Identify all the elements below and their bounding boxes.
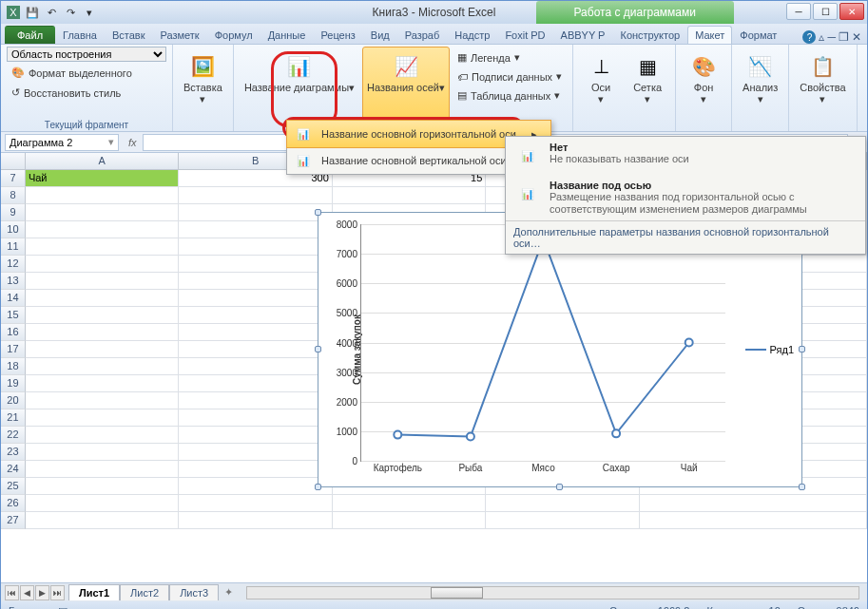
axis-title-none[interactable]: 📊 НетНе показывать название оси xyxy=(506,137,865,175)
tab-chart-layout[interactable]: Макет xyxy=(687,26,732,44)
axis-title-more-options[interactable]: Дополнительные параметры названия основн… xyxy=(506,220,865,254)
scrollbar-thumb[interactable] xyxy=(431,587,483,599)
cell-A19[interactable] xyxy=(26,375,179,392)
cell-A15[interactable] xyxy=(26,307,179,324)
tab-nav-next[interactable]: ▶ xyxy=(35,585,49,600)
cell-B18[interactable] xyxy=(179,358,332,375)
row-16[interactable]: 16 xyxy=(1,324,26,341)
cell-C8[interactable] xyxy=(333,187,486,204)
row-25[interactable]: 25 xyxy=(1,478,26,495)
tab-nav-last[interactable]: ⏭ xyxy=(50,585,65,600)
cell-A26[interactable] xyxy=(26,495,179,512)
cell-B24[interactable] xyxy=(179,461,332,478)
tab-insert[interactable]: Вставк xyxy=(105,26,153,44)
cell-D27[interactable] xyxy=(486,512,639,529)
cell-B11[interactable] xyxy=(179,238,332,256)
tab-home[interactable]: Главна xyxy=(55,26,105,44)
chart-handle-s[interactable] xyxy=(556,484,563,490)
tab-formulas[interactable]: Формул xyxy=(207,26,260,44)
reset-style-button[interactable]: ↺Восстановить стиль xyxy=(7,84,166,102)
horizontal-scrollbar[interactable] xyxy=(246,586,859,599)
cell-A12[interactable] xyxy=(26,256,179,273)
row-18[interactable]: 18 xyxy=(1,358,26,375)
gridlines-button[interactable]: ▦Сетка▾ xyxy=(626,47,669,129)
excel-icon[interactable]: X xyxy=(5,4,22,21)
select-all-corner[interactable] xyxy=(1,153,26,169)
cell-A18[interactable] xyxy=(26,358,179,375)
tab-nav-first[interactable]: ⏮ xyxy=(5,585,19,600)
tab-chart-format[interactable]: Формат xyxy=(732,26,784,44)
cell-A14[interactable] xyxy=(26,290,179,307)
cell-B23[interactable] xyxy=(179,444,332,461)
cell-B25[interactable] xyxy=(179,478,332,495)
chart-handle-nw[interactable] xyxy=(315,209,321,216)
cell-A17[interactable] xyxy=(26,341,179,358)
chart-element-selector[interactable]: Область построения xyxy=(7,47,166,62)
cell-A22[interactable] xyxy=(26,427,179,444)
cell-B13[interactable] xyxy=(179,273,332,290)
doc-restore-icon[interactable]: ❐ xyxy=(839,30,849,44)
chart-handle-e[interactable] xyxy=(799,346,805,352)
chart-handle-w[interactable] xyxy=(315,346,321,352)
plot-area[interactable]: 010002000300040005000600070008000Картофе… xyxy=(360,224,725,462)
axes-button[interactable]: ⊥Оси▾ xyxy=(579,47,623,129)
tab-view[interactable]: Вид xyxy=(363,26,397,44)
row-23[interactable]: 23 xyxy=(1,444,26,461)
col-A[interactable]: A xyxy=(26,153,179,169)
cell-A8[interactable] xyxy=(26,187,179,204)
row-21[interactable]: 21 xyxy=(1,409,26,427)
format-selection-button[interactable]: 🎨Формат выделенного xyxy=(7,64,166,82)
data-table-button[interactable]: ▤Таблица данных ▾ xyxy=(453,86,567,105)
tab-nav-prev[interactable]: ◀ xyxy=(20,585,34,600)
cell-B10[interactable] xyxy=(179,221,332,238)
fx-icon[interactable]: fx xyxy=(123,137,143,148)
row-7[interactable]: 7 xyxy=(1,170,26,187)
tab-abbyy[interactable]: ABBYY P xyxy=(553,26,613,44)
row-8[interactable]: 8 xyxy=(1,187,26,204)
cell-B15[interactable] xyxy=(179,307,332,324)
row-10[interactable]: 10 xyxy=(1,221,26,238)
cell-B8[interactable] xyxy=(179,187,332,204)
chart-handle-sw[interactable] xyxy=(315,484,321,490)
cell-B17[interactable] xyxy=(179,341,332,358)
chart-title-button[interactable]: 📊 Название диаграммы▾ xyxy=(240,47,359,129)
ribbon-minimize-icon[interactable]: ▵ xyxy=(819,30,824,44)
cell-B16[interactable] xyxy=(179,324,332,341)
help-icon[interactable]: ? xyxy=(802,30,816,44)
tab-foxit[interactable]: Foxit PD xyxy=(497,26,552,44)
name-box[interactable]: Диаграмма 2▾ xyxy=(5,134,119,151)
close-button[interactable]: ✕ xyxy=(839,3,864,20)
maximize-button[interactable]: ☐ xyxy=(813,3,838,20)
properties-button[interactable]: 📋Свойства▾ xyxy=(795,47,850,105)
insert-button[interactable]: 🖼️ Вставка▾ xyxy=(179,47,227,105)
axis-title-below[interactable]: 📊 Название под осьюРазмещение названия п… xyxy=(506,175,865,220)
sheet-tab-2[interactable]: Лист2 xyxy=(120,584,169,600)
data-labels-button[interactable]: 🏷Подписи данных ▾ xyxy=(453,67,567,86)
legend-button[interactable]: ▦Легенда ▾ xyxy=(453,48,567,67)
cell-E27[interactable] xyxy=(640,512,867,529)
sheet-tab-1[interactable]: Лист1 xyxy=(68,584,120,600)
minimize-button[interactable]: ─ xyxy=(786,3,811,20)
sheet-tab-3[interactable]: Лист3 xyxy=(169,584,219,600)
cell-A24[interactable] xyxy=(26,461,179,478)
cell-A20[interactable] xyxy=(26,392,179,409)
tab-developer[interactable]: Разраб xyxy=(397,26,448,44)
cell-B20[interactable] xyxy=(179,392,332,409)
chart-handle-se[interactable] xyxy=(799,484,805,490)
new-sheet-icon[interactable]: ✦ xyxy=(219,586,239,599)
chart-legend[interactable]: Ряд1 xyxy=(745,344,794,355)
cell-A7[interactable]: Чай xyxy=(26,170,179,187)
cell-A10[interactable] xyxy=(26,221,179,238)
background-button[interactable]: 🎨Фон▾ xyxy=(682,47,725,105)
row-12[interactable]: 12 xyxy=(1,256,26,273)
cell-D26[interactable] xyxy=(486,495,639,512)
doc-minimize-icon[interactable]: ─ xyxy=(827,30,836,44)
cell-A16[interactable] xyxy=(26,324,179,341)
save-icon[interactable]: 💾 xyxy=(24,4,41,21)
tab-file[interactable]: Файл xyxy=(5,26,55,44)
row-26[interactable]: 26 xyxy=(1,495,26,512)
cell-B14[interactable] xyxy=(179,290,332,307)
macro-icon[interactable]: ▣ xyxy=(58,605,68,610)
cell-A9[interactable] xyxy=(26,204,179,221)
cell-A23[interactable] xyxy=(26,444,179,461)
